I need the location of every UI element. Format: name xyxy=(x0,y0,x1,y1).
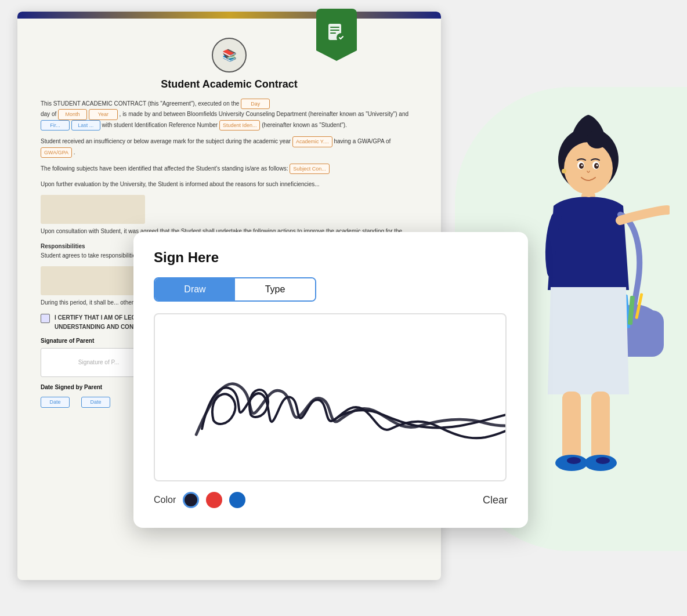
svg-point-9 xyxy=(581,165,583,166)
svg-point-4 xyxy=(587,130,608,148)
color-black[interactable] xyxy=(183,492,199,508)
student-svg xyxy=(507,104,670,510)
year-field[interactable]: Year xyxy=(89,109,118,119)
subject-field[interactable]: Subject Con... xyxy=(290,164,330,174)
month-field[interactable]: Month xyxy=(58,109,87,119)
svg-point-3 xyxy=(564,142,613,194)
modal-title: Sign Here xyxy=(154,249,508,266)
seal-icon: 📚 xyxy=(222,48,237,62)
paragraph-4: Upon further evaluation by the Universit… xyxy=(41,180,418,189)
svg-point-10 xyxy=(596,165,598,166)
color-red[interactable] xyxy=(206,492,222,508)
gwa-field[interactable]: GWA/GPA xyxy=(41,147,72,158)
certify-checkbox[interactable] xyxy=(41,314,50,323)
modal-footer: Color Clear xyxy=(154,492,508,508)
university-seal: 📚 xyxy=(212,38,247,73)
clear-button[interactable]: Clear xyxy=(483,494,508,506)
paragraph-2: Student received an insufficiency or bel… xyxy=(41,136,418,158)
color-section: Color xyxy=(154,492,245,508)
first-name-field[interactable]: Fir... xyxy=(41,120,70,131)
student-illustration xyxy=(507,104,670,510)
textarea-2[interactable] xyxy=(41,266,145,295)
signature-drawing xyxy=(155,314,505,480)
doc-decoration xyxy=(17,12,441,19)
tab-draw[interactable]: Draw xyxy=(155,278,235,300)
svg-point-11 xyxy=(562,169,566,173)
paragraph-3: The following subjects have been identif… xyxy=(41,164,418,174)
badge-icon xyxy=(326,23,347,48)
date-field-1[interactable]: Date xyxy=(41,397,70,407)
academic-year-field[interactable]: Academic Y.... xyxy=(292,136,332,147)
app-badge xyxy=(316,9,357,61)
svg-rect-22 xyxy=(591,392,610,461)
textarea-1[interactable] xyxy=(41,195,145,224)
day-field[interactable]: Day xyxy=(241,99,270,109)
paragraph-1: This STUDENT ACADEMIC CONTRACT (this "Ag… xyxy=(41,99,418,131)
document-title: Student Academic Contract xyxy=(41,78,418,90)
svg-point-25 xyxy=(567,457,581,464)
student-id-field[interactable]: Student Iden... xyxy=(219,120,261,131)
sign-modal: Sign Here Draw Type Color Clea xyxy=(133,232,528,528)
date-field-2[interactable]: Date xyxy=(81,397,110,407)
tab-row: Draw Type xyxy=(154,277,316,302)
color-blue[interactable] xyxy=(229,492,245,508)
svg-rect-21 xyxy=(562,392,581,461)
signature-canvas[interactable] xyxy=(154,313,507,481)
last-name-field[interactable]: Last ... xyxy=(71,120,100,131)
tab-type[interactable]: Type xyxy=(235,278,315,300)
color-label: Color xyxy=(154,495,176,505)
svg-point-26 xyxy=(596,457,610,464)
